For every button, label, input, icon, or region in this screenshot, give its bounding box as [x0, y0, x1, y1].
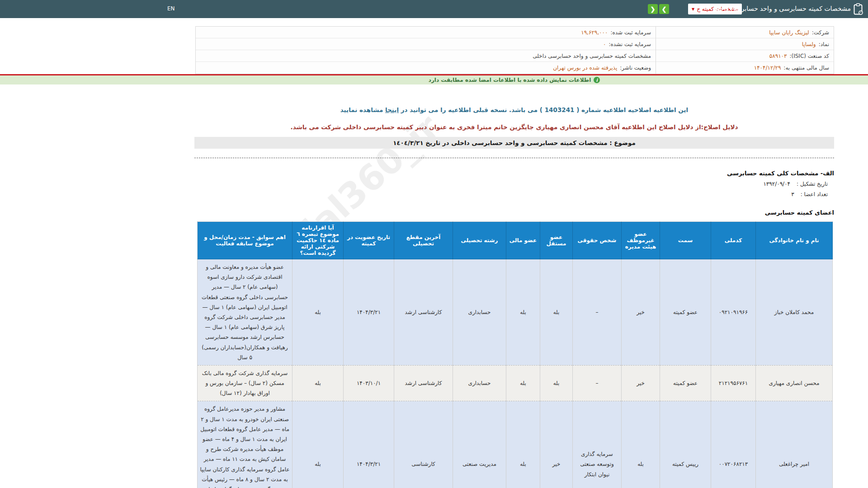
info-label: سرمایه ثبت نشده:	[609, 41, 651, 47]
alert-text: اطلاعات نمایش داده شده با اطلاعات امضا ش…	[429, 77, 591, 83]
table-cell: مشاور و مدیر حوزه مدیرعامل گروه صنعتی ای…	[198, 401, 292, 488]
info-label: سال مالی منتهی به:	[783, 65, 829, 71]
table-cell: خیر	[540, 401, 573, 488]
section-a-rows: تاریخ تشکیل :۱۳۹۲/۰۹/۰۴تعداد اعضا :۳	[160, 181, 868, 197]
table-cell: کارشناسی ارشد	[394, 259, 453, 366]
next-page-button[interactable]: ❯	[659, 4, 669, 14]
subject-band: موضوع : مشخصات کمیته حسابرسی و واحد حساب…	[194, 137, 834, 149]
table-cell: مدیریت صنعتی	[453, 401, 506, 488]
table-cell: کارشناسی	[394, 401, 453, 488]
column-header: اهم سوابق - مدت زمان/محل و موضوع سابقه ف…	[198, 222, 292, 259]
table-cell: بله	[540, 365, 573, 401]
table-cell: بله	[622, 401, 660, 488]
table-cell: امیر چراغعلی	[756, 401, 833, 488]
info-label: کد صنعت (ISIC):	[789, 53, 829, 59]
table-cell: ۰۰۷۲۰۶۸۲۱۳	[711, 401, 756, 488]
info-row: سال مالی منتهی به:۱۴۰۴/۱۲/۲۹	[656, 62, 834, 74]
members-table-title: اعضای کمیته حسابرسی	[194, 209, 834, 216]
column-header: عضو غیرموظف هیئت مدیره	[622, 222, 660, 259]
chevron-left-icon: ❮	[651, 6, 656, 13]
table-cell: بله	[506, 259, 540, 366]
table-cell: بله	[540, 259, 573, 366]
dashed-separator	[194, 158, 834, 158]
table-row: محمد کاملان خباز۰۹۲۱۰۹۱۹۶۶عضو کمیتهخیر–ب…	[198, 259, 833, 366]
column-header: شخص حقوقی	[573, 222, 622, 259]
table-cell: محمد کاملان خباز	[756, 259, 833, 366]
info-row: مشخصات کمیته حسابرسی و واحد حسابرسی داخل…	[196, 50, 656, 62]
table-cell: حسابداری	[453, 365, 506, 401]
info-label: سرمایه ثبت شده:	[610, 29, 651, 36]
company-info-right-column: شرکت:لیزینگ رایان سایپانماد:ولساپاکد صنع…	[656, 27, 834, 74]
chevron-right-icon: ❯	[662, 6, 667, 13]
info-value: پذیرفته شده در بورس تهران	[553, 65, 617, 71]
chevron-down-icon: ▼	[692, 7, 694, 11]
table-cell: ۰۹۲۱۰۹۱۹۶۶	[711, 259, 756, 366]
column-header: تاریخ عضویت در کمیته	[344, 222, 394, 259]
page-title: مشخصات کمیته حسابرسی و واحد حسابرسی داخل…	[713, 5, 851, 12]
table-cell: ۱۴۰۴/۳/۲۱	[344, 401, 394, 488]
table-cell: ۲۱۲۱۹۵۶۷۶۱	[711, 365, 756, 401]
table-cell: –	[573, 259, 622, 366]
detail-row: تعداد اعضا :۳	[194, 191, 828, 197]
info-row: نماد:ولساپا	[656, 38, 834, 50]
detail-row: تاریخ تشکیل :۱۳۹۲/۰۹/۰۴	[194, 181, 828, 187]
column-header: عضو مستقل	[540, 222, 573, 259]
table-cell: رییس کمیته	[660, 401, 711, 488]
detail-label: تعداد اعضا :	[801, 191, 828, 197]
table-cell: بله	[506, 365, 540, 401]
info-label: وضعیت ناشر:	[620, 65, 651, 71]
detail-label: تاریخ تشکیل :	[797, 181, 828, 187]
info-label: شرکت:	[812, 29, 829, 36]
info-icon: i	[594, 77, 600, 83]
signature-match-alert: i اطلاعات نمایش داده شده با اطلاعات امضا…	[0, 75, 868, 84]
content-area: شرکت:لیزینگ رایان سایپانماد:ولساپاکد صنع…	[160, 26, 868, 74]
info-row: شرکت:لیزینگ رایان سایپا	[656, 27, 834, 38]
info-value: ۱۹,۶۲۹,۰۰۰	[581, 29, 608, 36]
committee-members-table: نام و نام خانوادگیکدملیسمتعضو غیرموظف هی…	[197, 221, 833, 488]
table-cell: عضو کمیته	[660, 259, 711, 366]
info-label: مشخصات کمیته حسابرسی و واحد حسابرسی داخل…	[533, 53, 651, 59]
column-header: کدملی	[711, 222, 756, 259]
table-cell: خیر	[622, 259, 660, 366]
table-cell: محسن انصاری مهیاری	[756, 365, 833, 401]
table-cell: بله	[506, 401, 540, 488]
info-value: ۵۸۹۱۰۳	[769, 53, 787, 59]
table-header-row: نام و نام خانوادگیکدملیسمتعضو غیرموظف هی…	[198, 222, 833, 259]
info-row: کد صنعت (ISIC):۵۸۹۱۰۳	[656, 50, 834, 62]
info-row: وضعیت ناشر:پذیرفته شده در بورس تهران	[196, 62, 656, 74]
detail-value: ۳	[791, 191, 794, 197]
prev-page-button[interactable]: ❮	[648, 4, 658, 14]
column-header: سمت	[660, 222, 711, 259]
table-cell: سرمایه گذاری شرکت گروه مالی بانک مسکن (۲…	[198, 365, 292, 401]
info-value[interactable]: ولساپا	[802, 41, 816, 47]
amendment-notice-post: مشاهده نمایید	[340, 106, 385, 113]
table-row: محسن انصاری مهیاری۲۱۲۱۹۵۶۷۶۱عضو کمیتهخیر…	[198, 365, 833, 401]
table-cell: خیر	[622, 365, 660, 401]
column-header: عضو مالی	[506, 222, 540, 259]
amendment-reason: دلایل اصلاح:از دلایل اصلاح این اطلاعیه آ…	[160, 123, 868, 131]
previous-notice-link[interactable]: اینجا	[385, 106, 399, 113]
top-header-bar: EN ❮ ❯ مشخصات کمیته ح ▼ مشخصات کمیته حسا…	[0, 0, 868, 18]
info-row: سرمایه ثبت نشده:۰	[196, 38, 656, 50]
table-cell: بله	[292, 401, 344, 488]
column-header: آیا اقرارنامه موضوع تبصره ٦ ماده ١٤ حاکم…	[292, 222, 344, 259]
company-info-left-column: سرمایه ثبت شده:۱۹,۶۲۹,۰۰۰سرمایه ثبت نشده…	[196, 27, 656, 74]
clipboard-icon	[854, 3, 863, 16]
table-cell: بله	[292, 365, 344, 401]
table-cell: –	[573, 365, 622, 401]
detail-value: ۱۳۹۲/۰۹/۰۴	[763, 181, 790, 187]
table-cell: سرمایه گذاری وتوسعه صنعتی نیوان ابتکار	[573, 401, 622, 488]
main-content: این اطلاعیه اصلاحیه اطلاعیه شماره ( 1403…	[160, 106, 868, 488]
amendment-notice: این اطلاعیه اصلاحیه اطلاعیه شماره ( 1403…	[160, 106, 868, 113]
table-cell: حسابداری	[453, 259, 506, 366]
info-value: ۰	[603, 41, 606, 47]
info-row: سرمایه ثبت شده:۱۹,۶۲۹,۰۰۰	[196, 27, 656, 38]
language-toggle-en[interactable]: EN	[167, 5, 175, 12]
table-cell: کارشناسی ارشد	[394, 365, 453, 401]
table-cell: بله	[292, 259, 344, 366]
table-cell: ۱۴۰۳/۱۰/۱	[344, 365, 394, 401]
amendment-notice-pre: این اطلاعیه اصلاحیه اطلاعیه شماره ( 1403…	[399, 106, 688, 113]
info-label: نماد:	[819, 41, 829, 47]
section-a-title: الف- مشخصات کلی کمیته حسابرسی	[194, 170, 834, 177]
info-value[interactable]: لیزینگ رایان سایپا	[769, 29, 809, 36]
